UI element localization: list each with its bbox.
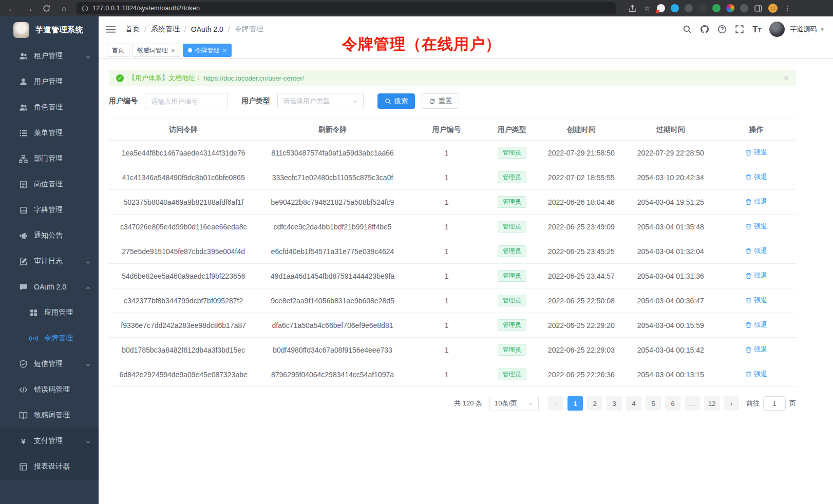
username[interactable]: 芋道源码	[790, 25, 817, 34]
annotation-text: 令牌管理（在线用户）	[342, 34, 501, 55]
pagination-pages: 123456...12	[565, 396, 722, 411]
breadcrumb-item[interactable]: 系统管理	[151, 25, 180, 34]
oauth-icon	[19, 283, 28, 292]
pagination-page-4[interactable]: 4	[626, 396, 641, 411]
pagination-prev-button[interactable]: ‹	[548, 396, 563, 411]
sidebar-item-post[interactable]: 岗位管理	[0, 171, 99, 197]
pagination-page-3[interactable]: 3	[607, 396, 622, 411]
sidebar-item-sensitive-word[interactable]: 敏感词管理	[0, 402, 99, 428]
sidebar-item-audit-log[interactable]: 审计日志	[0, 248, 99, 274]
sidebar-item-pay[interactable]: ¥支付管理	[0, 428, 99, 454]
tab-sensitive-word[interactable]: 敏感词管理×	[132, 44, 180, 57]
info-icon[interactable]	[82, 5, 88, 12]
search-button[interactable]: 搜索	[377, 93, 415, 109]
pagination-page-5[interactable]: 5	[646, 396, 661, 411]
force-logout-button[interactable]: 强退	[745, 246, 767, 256]
expire-time-cell: 2054-03-04 00:13:15	[625, 362, 716, 387]
extension-icon[interactable]	[671, 4, 679, 12]
page-size-select[interactable]: 10条/页	[489, 396, 539, 411]
back-icon[interactable]: ←	[7, 4, 16, 13]
extension-icon[interactable]	[712, 4, 721, 12]
pagination-page-12[interactable]: 12	[704, 396, 720, 411]
chevron-up-icon	[85, 284, 91, 290]
expire-time-cell: 2054-03-04 19:51:25	[625, 190, 716, 215]
extension-icon[interactable]	[685, 4, 693, 12]
sidebar-item-dept[interactable]: 部门管理	[0, 146, 99, 171]
refresh-token-cell: cdfc4ce9c2da4bb1bdf21b9918ff4be5	[258, 215, 407, 239]
access-token-cell: 1ea5e44f8bc1467aaede43144f31de76	[109, 141, 258, 165]
sidebar-item-oauth2-app[interactable]: 应用管理	[0, 300, 99, 325]
breadcrumb-item[interactable]: OAuth 2.0	[191, 25, 223, 33]
goto-page-input[interactable]	[763, 396, 786, 411]
dict-icon	[19, 206, 28, 215]
sidebar-item-oauth2[interactable]: OAuth 2.0	[0, 274, 99, 300]
force-logout-button[interactable]: 强退	[745, 197, 767, 206]
share-icon[interactable]	[628, 4, 637, 13]
sidebar-item-menu[interactable]: 菜单管理	[0, 120, 99, 146]
bookmark-star-icon[interactable]: ☆	[642, 4, 651, 13]
sidebar-item-dict[interactable]: 字典管理	[0, 197, 99, 223]
extension-icon[interactable]	[698, 4, 707, 12]
font-size-icon[interactable]: TT	[752, 25, 761, 34]
browser-profile-avatar[interactable]: ☺	[768, 4, 778, 13]
reload-icon[interactable]	[42, 4, 51, 13]
pagination-page-2[interactable]: 2	[587, 396, 602, 411]
sidebar-panel-icon[interactable]	[754, 4, 763, 13]
sidebar-item-role[interactable]: 角色管理	[0, 94, 99, 120]
doc-alert: ✓ 【用户体系】文档地址： https://doc.iocoder.cn/use…	[109, 70, 796, 86]
pagination-page-1[interactable]: 1	[567, 396, 583, 411]
sidebar-item-sms[interactable]: 短信管理	[0, 351, 99, 377]
pagination-next-button[interactable]: ›	[724, 396, 739, 411]
force-logout-button[interactable]: 强退	[745, 320, 767, 329]
app-logo[interactable]: 芋道管理系统	[0, 16, 99, 43]
refresh-token-cell: 333ecfc71e02480cb11055c875c3ca0f	[258, 165, 407, 190]
chevron-down-icon[interactable]: ▾	[821, 26, 824, 33]
forward-icon[interactable]: →	[25, 4, 33, 13]
pagination-ellipsis[interactable]: ...	[685, 396, 700, 411]
extension-icon[interactable]	[740, 4, 748, 12]
sidebar-item-user[interactable]: 用户管理	[0, 69, 99, 94]
force-logout-button[interactable]: 强退	[745, 222, 767, 231]
force-logout-button[interactable]: 强退	[745, 172, 767, 182]
force-logout-button[interactable]: 强退	[745, 148, 767, 157]
force-logout-button[interactable]: 强退	[745, 345, 767, 354]
alert-doc-link[interactable]: https://doc.iocoder.cn/user-center/	[203, 74, 304, 82]
breadcrumb-item[interactable]: 首页	[125, 25, 140, 34]
reset-button[interactable]: 重置	[422, 93, 459, 109]
sidebar-item-oauth2-token[interactable]: 令牌管理	[0, 325, 99, 351]
tab-token[interactable]: 令牌管理×	[183, 44, 232, 57]
pagination-page-6[interactable]: 6	[665, 396, 680, 411]
help-icon[interactable]	[717, 25, 727, 34]
table-row: 1ea5e44f8bc1467aaede43144f31de76811c5304…	[109, 141, 796, 165]
access-token-cell: 275e5de9151045fe87cbdc395e004f4d	[109, 239, 258, 264]
user-type-select[interactable]: 请选择用户类型	[277, 93, 364, 109]
alert-close-icon[interactable]: ×	[784, 74, 789, 83]
hamburger-icon[interactable]	[106, 25, 116, 34]
menu-kebab-icon[interactable]: ⋮	[783, 4, 792, 13]
close-tab-icon[interactable]: ×	[223, 47, 227, 54]
extension-icon[interactable]	[657, 4, 665, 12]
github-icon[interactable]	[700, 25, 709, 34]
sidebar-item-report[interactable]: 报表设计器	[0, 454, 99, 479]
home-icon[interactable]: ⌂	[60, 4, 68, 13]
sidebar-item-errcode[interactable]: 错误码管理	[0, 377, 99, 402]
access-token-cell: c347026e805e4d99b0d116eae66eda8c	[109, 215, 258, 239]
address-bar[interactable]: 127.0.0.1:1024/system/oauth2/token	[77, 2, 616, 14]
close-tab-icon[interactable]: ×	[171, 47, 175, 54]
sidebar-item-tenant[interactable]: 租户管理	[0, 43, 99, 69]
user-avatar[interactable]	[769, 22, 785, 37]
extension-icon[interactable]	[726, 4, 734, 12]
sidebar-item-notice[interactable]: 通知公告	[0, 223, 99, 248]
force-logout-button[interactable]: 强退	[745, 271, 767, 280]
search-icon	[385, 98, 391, 105]
force-logout-button[interactable]: 强退	[745, 296, 767, 305]
search-icon[interactable]	[683, 25, 692, 34]
tab-home[interactable]: 首页	[107, 44, 129, 57]
refresh-token-cell: b0df4980ffd34c67a08f9156e4eee733	[258, 338, 407, 362]
logo-avatar	[13, 22, 29, 38]
user-id-cell: 1	[407, 264, 486, 288]
user-id-input[interactable]	[145, 93, 228, 109]
extension-badge	[656, 10, 659, 13]
force-logout-button[interactable]: 强退	[745, 370, 767, 379]
fullscreen-icon[interactable]	[735, 25, 744, 34]
